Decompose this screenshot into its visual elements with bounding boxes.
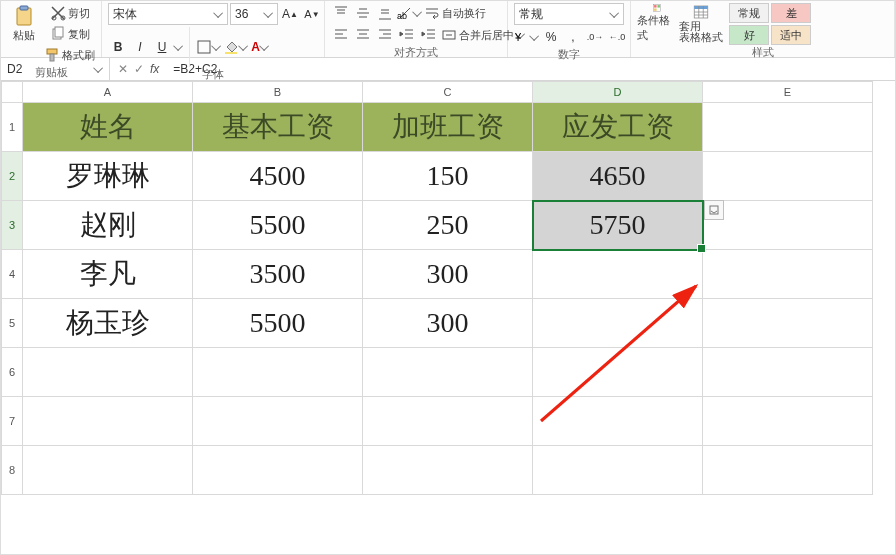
font-color-button[interactable]: A bbox=[250, 37, 270, 57]
copy-button[interactable]: 复制 bbox=[44, 24, 95, 44]
cell-a7[interactable] bbox=[23, 397, 193, 446]
italic-button[interactable]: I bbox=[130, 37, 150, 57]
align-center-button[interactable] bbox=[353, 25, 373, 45]
cell-e1[interactable] bbox=[703, 103, 873, 152]
col-header-e[interactable]: E bbox=[703, 82, 873, 103]
group-number-label: 数字 bbox=[514, 47, 624, 61]
orientation-button[interactable]: ab bbox=[397, 3, 422, 23]
borders-button[interactable] bbox=[196, 37, 221, 57]
row-header-5[interactable]: 5 bbox=[2, 299, 23, 348]
style-swatch-neutral[interactable]: 适中 bbox=[771, 25, 811, 45]
comma-button[interactable]: , bbox=[563, 27, 583, 47]
cond-format-button[interactable]: 条件格式 bbox=[637, 3, 677, 43]
currency-button[interactable]: ¥ bbox=[514, 27, 539, 47]
cell-a6[interactable] bbox=[23, 348, 193, 397]
cell-e3[interactable] bbox=[703, 201, 873, 250]
table-format-button[interactable]: 套用 表格格式 bbox=[681, 3, 721, 43]
cell-e2[interactable] bbox=[703, 152, 873, 201]
cell-d1[interactable]: 应发工资 bbox=[533, 103, 703, 152]
align-right-icon bbox=[377, 27, 393, 43]
fill-color-button[interactable] bbox=[223, 37, 248, 57]
style-swatch-good[interactable]: 好 bbox=[729, 25, 769, 45]
cell-a5[interactable]: 杨玉珍 bbox=[23, 299, 193, 348]
cell-b8[interactable] bbox=[193, 446, 363, 495]
align-left-button[interactable] bbox=[331, 25, 351, 45]
autofill-options-button[interactable] bbox=[704, 200, 724, 220]
cell-b2[interactable]: 4500 bbox=[193, 152, 363, 201]
row-header-1[interactable]: 1 bbox=[2, 103, 23, 152]
cell-b4[interactable]: 3500 bbox=[193, 250, 363, 299]
cell-e4[interactable] bbox=[703, 250, 873, 299]
cell-a1[interactable]: 姓名 bbox=[23, 103, 193, 152]
paste-icon bbox=[12, 4, 36, 28]
row-header-7[interactable]: 7 bbox=[2, 397, 23, 446]
svg-text:ab: ab bbox=[397, 11, 407, 21]
cell-d7[interactable] bbox=[533, 397, 703, 446]
indent-dec-button[interactable] bbox=[397, 25, 417, 45]
cell-d8[interactable] bbox=[533, 446, 703, 495]
align-middle-button[interactable] bbox=[353, 3, 373, 23]
paste-label: 粘贴 bbox=[13, 28, 35, 43]
dec-decimal-button[interactable]: ←.0 bbox=[607, 27, 627, 47]
cell-b7[interactable] bbox=[193, 397, 363, 446]
cell-a2[interactable]: 罗琳琳 bbox=[23, 152, 193, 201]
font-size-select[interactable]: 36 bbox=[230, 3, 278, 25]
merge-label: 合并后居中 bbox=[459, 28, 514, 43]
percent-button[interactable]: % bbox=[541, 27, 561, 47]
cell-a4[interactable]: 李凡 bbox=[23, 250, 193, 299]
shrink-font-button[interactable]: A▼ bbox=[302, 4, 322, 24]
cell-b6[interactable] bbox=[193, 348, 363, 397]
number-format-select[interactable]: 常规 bbox=[514, 3, 624, 25]
font-name-select[interactable]: 宋体 bbox=[108, 3, 228, 25]
cell-c1[interactable]: 加班工资 bbox=[363, 103, 533, 152]
cell-c4[interactable]: 300 bbox=[363, 250, 533, 299]
row-header-6[interactable]: 6 bbox=[2, 348, 23, 397]
row-header-4[interactable]: 4 bbox=[2, 250, 23, 299]
cell-c6[interactable] bbox=[363, 348, 533, 397]
cell-e5[interactable] bbox=[703, 299, 873, 348]
col-header-b[interactable]: B bbox=[193, 82, 363, 103]
paste-button[interactable]: 粘贴 bbox=[7, 3, 40, 43]
cell-c7[interactable] bbox=[363, 397, 533, 446]
format-painter-button[interactable]: 格式刷 bbox=[44, 45, 95, 65]
cell-a8[interactable] bbox=[23, 446, 193, 495]
cut-button[interactable]: 剪切 bbox=[44, 3, 95, 23]
fill-handle[interactable] bbox=[697, 244, 706, 253]
col-header-c[interactable]: C bbox=[363, 82, 533, 103]
cell-a3[interactable]: 赵刚 bbox=[23, 201, 193, 250]
inc-decimal-button[interactable]: .0→ bbox=[585, 27, 605, 47]
align-top-button[interactable] bbox=[331, 3, 351, 23]
row-header-2[interactable]: 2 bbox=[2, 152, 23, 201]
table-format-label: 套用 表格格式 bbox=[679, 21, 723, 43]
cell-d2[interactable]: 4650 bbox=[533, 152, 703, 201]
grow-font-button[interactable]: A▲ bbox=[280, 4, 300, 24]
cell-c3[interactable]: 250 bbox=[363, 201, 533, 250]
cell-d3[interactable]: 5750 bbox=[533, 201, 703, 250]
cell-c8[interactable] bbox=[363, 446, 533, 495]
row-header-3[interactable]: 3 bbox=[2, 201, 23, 250]
cell-c2[interactable]: 150 bbox=[363, 152, 533, 201]
cell-b1[interactable]: 基本工资 bbox=[193, 103, 363, 152]
row-header-8[interactable]: 8 bbox=[2, 446, 23, 495]
select-all-corner[interactable] bbox=[2, 82, 23, 103]
cell-d6[interactable] bbox=[533, 348, 703, 397]
cell-c5[interactable]: 300 bbox=[363, 299, 533, 348]
style-swatch-bad[interactable]: 差 bbox=[771, 3, 811, 23]
cell-e7[interactable] bbox=[703, 397, 873, 446]
cell-e6[interactable] bbox=[703, 348, 873, 397]
cell-d5[interactable] bbox=[533, 299, 703, 348]
cell-e8[interactable] bbox=[703, 446, 873, 495]
style-swatch-normal[interactable]: 常规 bbox=[729, 3, 769, 23]
align-bottom-button[interactable] bbox=[375, 3, 395, 23]
wrap-text-button[interactable]: 自动换行 bbox=[424, 3, 486, 23]
bold-button[interactable]: B bbox=[108, 37, 128, 57]
group-alignment-label: 对齐方式 bbox=[331, 45, 501, 59]
indent-inc-button[interactable] bbox=[419, 25, 439, 45]
align-right-button[interactable] bbox=[375, 25, 395, 45]
col-header-a[interactable]: A bbox=[23, 82, 193, 103]
col-header-d[interactable]: D bbox=[533, 82, 703, 103]
underline-button[interactable]: U bbox=[152, 37, 172, 57]
cell-b5[interactable]: 5500 bbox=[193, 299, 363, 348]
cell-d4[interactable] bbox=[533, 250, 703, 299]
cell-b3[interactable]: 5500 bbox=[193, 201, 363, 250]
